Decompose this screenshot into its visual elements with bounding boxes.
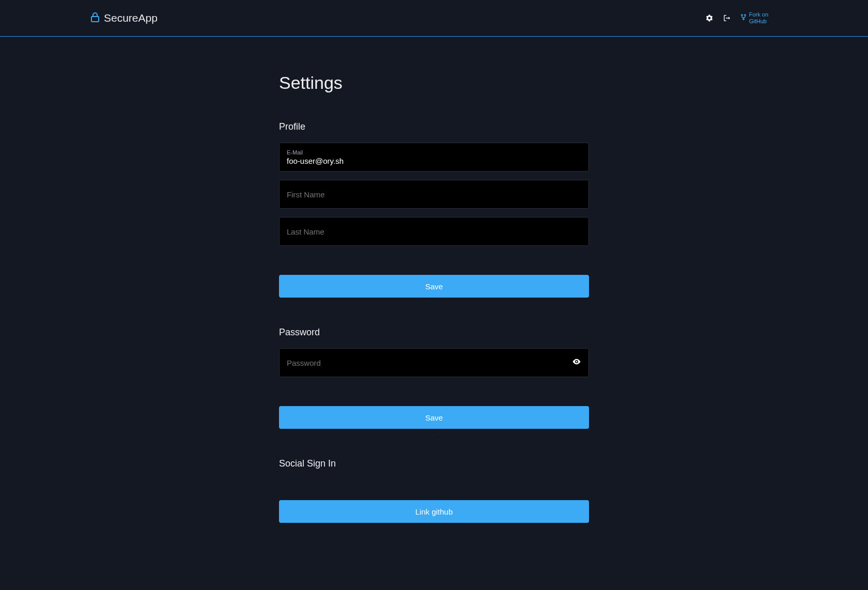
separator-dot: · [279,302,589,306]
logo[interactable]: SecureApp [90,12,158,24]
profile-section: Profile E-Mail Save · [279,121,589,306]
separator-dot: · [279,433,589,438]
logout-icon[interactable] [723,14,731,22]
password-field-wrap[interactable] [279,348,589,377]
page-title: Settings [279,73,589,93]
header: SecureApp Fork onGitH [0,0,868,37]
main-content: Settings Profile E-Mail Save · Password [279,37,589,580]
email-field-wrap[interactable]: E-Mail [279,143,589,172]
svg-rect-0 [91,17,99,22]
social-title: Social Sign In [279,458,589,469]
lock-icon [90,12,100,24]
header-actions: Fork onGitHub [705,11,768,25]
fork-github-label: Fork onGitHub [749,11,768,25]
svg-point-2 [744,14,746,16]
email-label: E-Mail [287,149,581,156]
lastname-field-wrap[interactable] [279,217,589,246]
svg-point-4 [576,361,578,363]
email-input[interactable] [287,157,581,165]
code-branch-icon [740,13,747,22]
password-section: Password Save · [279,327,589,438]
gear-icon[interactable] [705,14,714,22]
save-password-button[interactable]: Save [279,406,589,429]
lastname-input[interactable] [287,227,581,236]
svg-point-1 [741,14,742,16]
fork-github-link[interactable]: Fork onGitHub [740,11,768,25]
password-title: Password [279,327,589,338]
eye-icon[interactable] [572,357,581,368]
social-section: Social Sign In Link github [279,458,589,523]
password-input[interactable] [287,359,581,367]
firstname-field-wrap[interactable] [279,180,589,209]
firstname-input[interactable] [287,190,581,199]
profile-title: Profile [279,121,589,132]
svg-point-3 [742,19,744,20]
app-name: SecureApp [104,12,158,24]
link-github-button[interactable]: Link github [279,500,589,523]
save-profile-button[interactable]: Save [279,275,589,298]
